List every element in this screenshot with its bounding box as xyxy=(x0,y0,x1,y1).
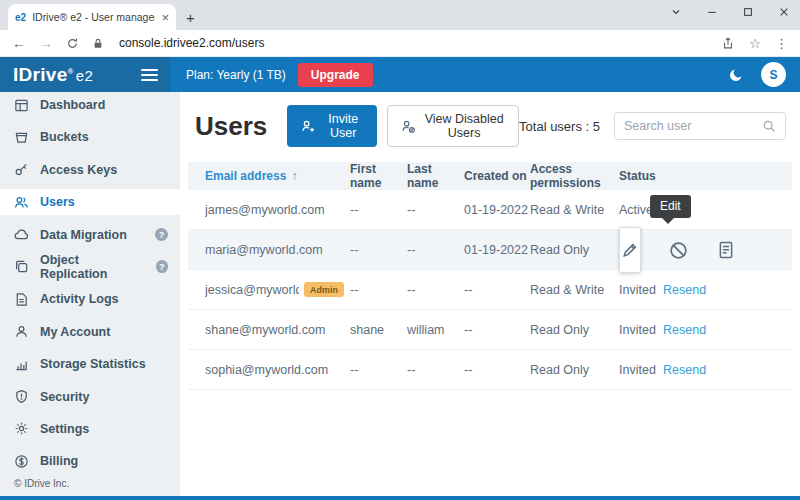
view-disabled-users-button[interactable]: View Disabled Users xyxy=(387,105,519,147)
dark-mode-moon-icon[interactable] xyxy=(728,66,745,83)
browser-tab[interactable]: e2 IDrive® e2 - User management × xyxy=(8,4,176,30)
sidebar-item-security[interactable]: Security xyxy=(0,384,180,410)
share-icon[interactable] xyxy=(721,36,735,50)
sidebar-item-access-keys[interactable]: Access Keys xyxy=(0,157,180,183)
user-access-permissions: Read Only xyxy=(530,243,619,257)
user-last-name: -- xyxy=(407,203,464,217)
table-row[interactable]: maria@myworld.com -- -- 01-19-2022 Read … xyxy=(188,230,792,270)
window-bottom-edge xyxy=(0,496,800,500)
dollar-circle-icon xyxy=(14,454,29,469)
row-actions xyxy=(619,230,663,270)
reload-icon[interactable] xyxy=(66,37,79,50)
user-avatar[interactable]: S xyxy=(761,62,786,87)
user-created-on: 01-19-2022 xyxy=(464,203,530,217)
user-email: maria@myworld.com xyxy=(205,243,323,257)
resend-link[interactable]: Resend xyxy=(663,283,792,297)
sidebar-item-activity-logs[interactable]: Activity Logs xyxy=(0,286,180,312)
user-first-name: -- xyxy=(350,203,407,217)
window-maximize-button[interactable] xyxy=(742,6,754,18)
sidebar-item-settings[interactable]: Settings xyxy=(0,416,180,442)
user-first-name: -- xyxy=(350,283,407,297)
copyright-text: © IDrive Inc. xyxy=(14,478,69,489)
user-logs-button[interactable] xyxy=(716,240,736,260)
replication-copy-icon xyxy=(14,259,29,274)
site-favicon: e2 xyxy=(15,12,26,23)
table-row[interactable]: jessica@myworld.comAdmin -- -- -- Read &… xyxy=(188,270,792,310)
user-email: james@myworld.com xyxy=(205,203,325,217)
user-last-name: -- xyxy=(407,243,464,257)
sidebar-item-storage-statistics[interactable]: Storage Statistics xyxy=(0,351,180,377)
table-row[interactable]: sophia@myworld.com -- -- -- Read Only In… xyxy=(188,350,792,390)
bookmark-star-icon[interactable]: ☆ xyxy=(749,36,761,51)
user-access-permissions: Read Only xyxy=(530,363,619,377)
shield-icon xyxy=(14,389,29,404)
user-first-name: -- xyxy=(350,363,407,377)
plan-label: Plan: Yearly (1 TB) xyxy=(186,68,286,82)
page-title: Users xyxy=(195,111,267,142)
key-icon xyxy=(14,162,29,177)
tab-title: IDrive® e2 - User management xyxy=(32,11,155,23)
total-users-count: Total users : 5 xyxy=(519,119,600,134)
person-disabled-icon xyxy=(401,119,416,134)
window-minimize-button[interactable] xyxy=(706,6,718,18)
search-input[interactable] xyxy=(624,119,762,133)
column-first-name: First name xyxy=(350,162,407,190)
user-last-name: -- xyxy=(407,363,464,377)
sidebar-item-object-replication[interactable]: Object Replication ? xyxy=(0,254,180,280)
invite-user-button[interactable]: Invite User xyxy=(287,105,377,147)
sort-ascending-icon: ↑ xyxy=(291,169,297,183)
search-box xyxy=(614,112,786,140)
sidebar-nav: Dashboard Buckets Access Keys Users Data… xyxy=(0,92,180,496)
window-chevron-icon[interactable] xyxy=(670,6,682,18)
app-header: IDrive®e2 Plan: Yearly (1 TB) Upgrade S xyxy=(0,57,800,92)
url-text[interactable]: console.idrivee2.com/users xyxy=(119,36,708,50)
user-email: jessica@myworld.com xyxy=(205,283,299,297)
sidebar-item-data-migration[interactable]: Data Migration ? xyxy=(0,222,180,248)
sidebar-item-users[interactable]: Users xyxy=(0,189,180,215)
resend-link[interactable]: Resend xyxy=(663,323,792,337)
user-created-on: -- xyxy=(464,323,530,337)
user-status: Invited xyxy=(619,363,663,377)
users-table: Edit Email address↑ First name Last name… xyxy=(188,162,792,390)
gear-icon xyxy=(14,421,29,436)
disable-user-button[interactable] xyxy=(668,240,689,261)
search-icon[interactable] xyxy=(762,119,776,133)
edit-tooltip: Edit xyxy=(650,195,691,218)
column-access-permissions: Access permissions xyxy=(530,162,619,190)
browser-menu-icon[interactable]: ⋮ xyxy=(775,36,788,51)
user-access-permissions: Read Only xyxy=(530,323,619,337)
resend-link[interactable]: Resend xyxy=(663,363,792,377)
table-header-row: Email address↑ First name Last name Crea… xyxy=(188,162,792,190)
help-icon[interactable]: ? xyxy=(155,228,168,241)
forward-icon[interactable]: → xyxy=(39,36,53,50)
column-email-sortable[interactable]: Email address↑ xyxy=(205,169,350,183)
users-icon xyxy=(14,195,29,210)
new-tab-button[interactable]: + xyxy=(186,9,195,26)
sidebar-item-dashboard[interactable]: Dashboard xyxy=(0,92,180,118)
sidebar-item-billing[interactable]: Billing xyxy=(0,448,180,474)
edit-user-button[interactable] xyxy=(619,227,641,273)
table-row[interactable]: shane@myworld.com shane william -- Read … xyxy=(188,310,792,350)
user-access-permissions: Read & Write xyxy=(530,203,619,217)
table-row[interactable]: james@myworld.com -- -- 01-19-2022 Read … xyxy=(188,190,792,230)
user-status: Invited xyxy=(619,323,663,337)
tab-close-icon[interactable]: × xyxy=(161,10,169,25)
help-icon[interactable]: ? xyxy=(156,260,168,273)
bucket-icon xyxy=(14,130,29,145)
back-icon[interactable]: ← xyxy=(12,36,26,50)
admin-badge: Admin xyxy=(304,282,344,297)
window-close-button[interactable] xyxy=(778,6,790,18)
user-created-on: -- xyxy=(464,363,530,377)
lock-icon[interactable] xyxy=(92,37,104,50)
main-content: Users Invite User View Disabled Users To… xyxy=(180,92,800,496)
user-last-name: william xyxy=(407,323,464,337)
sidebar-item-buckets[interactable]: Buckets xyxy=(0,124,180,150)
upgrade-button[interactable]: Upgrade xyxy=(298,63,373,87)
sidebar-item-my-account[interactable]: My Account xyxy=(0,319,180,345)
column-status: Status xyxy=(619,169,663,183)
menu-hamburger-icon[interactable] xyxy=(141,69,158,81)
user-created-on: 01-19-2022 xyxy=(464,243,530,257)
dashboard-icon xyxy=(14,98,29,113)
column-created-on: Created on xyxy=(464,169,530,183)
user-email: sophia@myworld.com xyxy=(205,363,328,377)
